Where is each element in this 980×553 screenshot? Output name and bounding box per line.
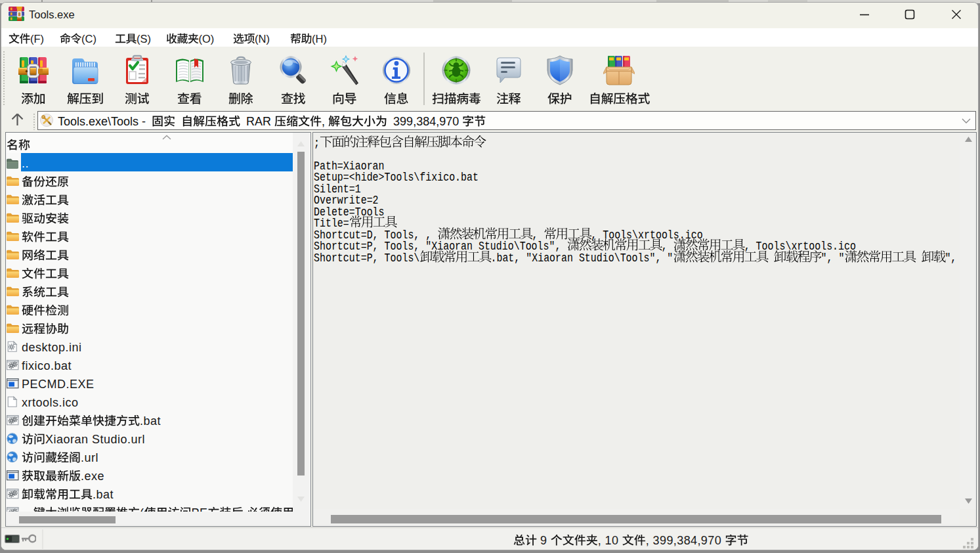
svg-text:,: , [322, 115, 325, 128]
svg-text:",: ", [945, 251, 956, 265]
svg-text:(N): (N) [255, 33, 270, 45]
svg-text:(S): (S) [137, 33, 151, 45]
svg-text:Tools.exe: Tools.exe [29, 9, 75, 20]
svg-text:RAR: RAR [246, 115, 271, 128]
svg-text:xrtools.ico: xrtools.ico [22, 396, 79, 409]
svg-text:Tools.exe\Tools -: Tools.exe\Tools - [58, 115, 146, 128]
svg-text:", ": ", " [820, 251, 844, 265]
svg-text:9: 9 [540, 534, 547, 547]
svg-text:(O): (O) [199, 33, 215, 45]
svg-text:.bat: .bat [93, 488, 114, 501]
svg-text:PE: PE [192, 506, 208, 512]
svg-text:(H): (H) [312, 33, 327, 45]
svg-text:(C): (C) [81, 33, 96, 45]
svg-text:.bat: .bat [140, 414, 161, 428]
svg-text:Xiaoran Studio.url: Xiaoran Studio.url [45, 433, 145, 446]
svg-text:PECMD.EXE: PECMD.EXE [22, 378, 95, 391]
svg-text:;: ; [314, 137, 320, 150]
svg-text:399,384,970: 399,384,970 [393, 115, 459, 128]
svg-text:, 10: , 10 [598, 534, 619, 547]
svg-text:.bat, "Xiaoran Studio\Tools",: .bat, "Xiaoran Studio\Tools", " [490, 251, 673, 265]
svg-text:, Tools\xrtools.ico: , Tools\xrtools.ico [591, 228, 702, 242]
svg-text:.exe: .exe [81, 470, 104, 483]
svg-text:Shortcut=P, Tools\: Shortcut=P, Tools\ [314, 251, 419, 265]
svg-text:(: ( [140, 506, 144, 512]
svg-text:.url: .url [81, 451, 98, 464]
svg-text:(F): (F) [30, 33, 44, 45]
svg-text:..: .. [22, 157, 29, 170]
svg-text:fixico.bat: fixico.bat [22, 359, 72, 372]
svg-text:desktop.ini: desktop.ini [22, 341, 82, 354]
svg-text:, 399,384,970: , 399,384,970 [646, 534, 721, 547]
